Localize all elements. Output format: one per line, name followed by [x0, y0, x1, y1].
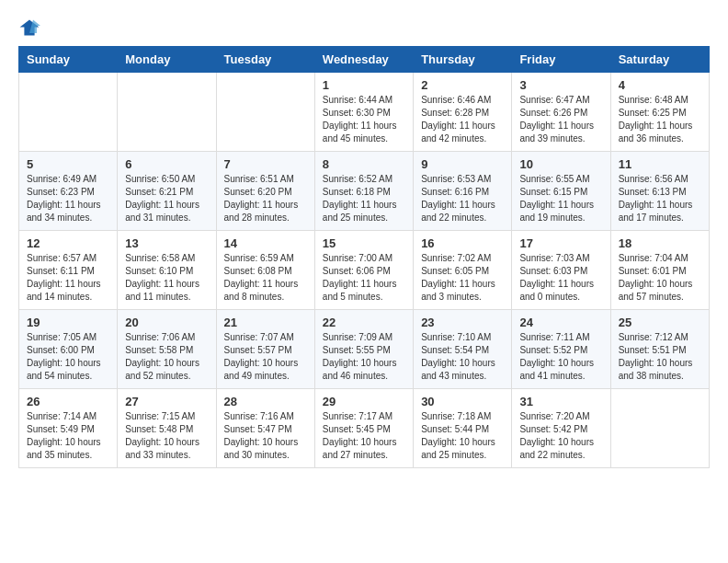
calendar-cell: 30Sunrise: 7:18 AM Sunset: 5:44 PM Dayli… — [414, 389, 512, 468]
calendar-cell: 4Sunrise: 6:48 AM Sunset: 6:25 PM Daylig… — [610, 73, 709, 152]
day-info: Sunrise: 6:48 AM Sunset: 6:25 PM Dayligh… — [619, 94, 701, 145]
day-number: 20 — [125, 316, 208, 329]
calendar-cell: 15Sunrise: 7:00 AM Sunset: 6:06 PM Dayli… — [314, 231, 413, 310]
day-info: Sunrise: 7:07 AM Sunset: 5:57 PM Dayligh… — [224, 331, 307, 383]
day-number: 29 — [323, 395, 405, 408]
day-of-week-header: Monday — [118, 47, 216, 73]
day-of-week-header: Friday — [512, 47, 610, 73]
day-number: 24 — [519, 316, 602, 329]
calendar-cell: 10Sunrise: 6:55 AM Sunset: 6:15 PM Dayli… — [512, 152, 610, 231]
day-info: Sunrise: 6:55 AM Sunset: 6:15 PM Dayligh… — [519, 173, 602, 224]
calendar-cell: 5Sunrise: 6:49 AM Sunset: 6:23 PM Daylig… — [19, 152, 118, 231]
day-number: 31 — [519, 395, 602, 408]
calendar-cell: 11Sunrise: 6:56 AM Sunset: 6:13 PM Dayli… — [610, 152, 709, 231]
calendar-cell: 2Sunrise: 6:46 AM Sunset: 6:28 PM Daylig… — [414, 73, 512, 152]
calendar-cell: 31Sunrise: 7:20 AM Sunset: 5:42 PM Dayli… — [512, 389, 610, 468]
day-info: Sunrise: 6:51 AM Sunset: 6:20 PM Dayligh… — [224, 173, 307, 224]
day-info: Sunrise: 7:11 AM Sunset: 5:52 PM Dayligh… — [519, 331, 602, 383]
calendar-cell: 13Sunrise: 6:58 AM Sunset: 6:10 PM Dayli… — [118, 231, 216, 310]
day-info: Sunrise: 7:04 AM Sunset: 6:01 PM Dayligh… — [619, 252, 701, 304]
calendar-week-row: 1Sunrise: 6:44 AM Sunset: 6:30 PM Daylig… — [19, 73, 710, 152]
day-of-week-header: Sunday — [19, 47, 118, 73]
day-info: Sunrise: 6:59 AM Sunset: 6:08 PM Dayligh… — [224, 252, 307, 304]
day-info: Sunrise: 7:06 AM Sunset: 5:58 PM Dayligh… — [125, 331, 208, 383]
calendar-week-row: 12Sunrise: 6:57 AM Sunset: 6:11 PM Dayli… — [19, 231, 710, 310]
day-number: 19 — [27, 316, 109, 329]
day-info: Sunrise: 6:47 AM Sunset: 6:26 PM Dayligh… — [519, 94, 602, 145]
day-number: 25 — [619, 316, 701, 329]
day-number: 14 — [224, 236, 307, 250]
day-number: 23 — [421, 316, 504, 329]
calendar-cell: 12Sunrise: 6:57 AM Sunset: 6:11 PM Dayli… — [19, 231, 118, 310]
day-number: 13 — [125, 236, 208, 250]
calendar-cell: 22Sunrise: 7:09 AM Sunset: 5:55 PM Dayli… — [314, 310, 413, 389]
day-number: 26 — [27, 395, 109, 408]
calendar-cell: 16Sunrise: 7:02 AM Sunset: 6:05 PM Dayli… — [414, 231, 512, 310]
calendar-cell: 21Sunrise: 7:07 AM Sunset: 5:57 PM Dayli… — [216, 310, 314, 389]
day-info: Sunrise: 7:00 AM Sunset: 6:06 PM Dayligh… — [323, 252, 405, 304]
day-info: Sunrise: 7:16 AM Sunset: 5:47 PM Dayligh… — [224, 410, 307, 462]
day-number: 16 — [421, 236, 504, 250]
calendar-cell: 24Sunrise: 7:11 AM Sunset: 5:52 PM Dayli… — [512, 310, 610, 389]
day-info: Sunrise: 7:12 AM Sunset: 5:51 PM Dayligh… — [619, 331, 701, 383]
calendar-week-row: 19Sunrise: 7:05 AM Sunset: 6:00 PM Dayli… — [19, 310, 710, 389]
day-info: Sunrise: 7:03 AM Sunset: 6:03 PM Dayligh… — [519, 252, 602, 304]
day-info: Sunrise: 7:17 AM Sunset: 5:45 PM Dayligh… — [323, 410, 405, 462]
calendar-table: SundayMondayTuesdayWednesdayThursdayFrid… — [18, 46, 710, 468]
calendar-cell: 1Sunrise: 6:44 AM Sunset: 6:30 PM Daylig… — [314, 73, 413, 152]
day-info: Sunrise: 6:58 AM Sunset: 6:10 PM Dayligh… — [125, 252, 208, 304]
day-info: Sunrise: 6:57 AM Sunset: 6:11 PM Dayligh… — [27, 252, 109, 304]
calendar-cell — [19, 73, 118, 152]
calendar-cell: 7Sunrise: 6:51 AM Sunset: 6:20 PM Daylig… — [216, 152, 314, 231]
calendar-cell: 23Sunrise: 7:10 AM Sunset: 5:54 PM Dayli… — [414, 310, 512, 389]
day-number: 28 — [224, 395, 307, 408]
day-of-week-header: Saturday — [610, 47, 709, 73]
calendar-cell: 17Sunrise: 7:03 AM Sunset: 6:03 PM Dayli… — [512, 231, 610, 310]
day-number: 9 — [421, 157, 504, 171]
day-number: 10 — [519, 157, 602, 171]
calendar-cell: 28Sunrise: 7:16 AM Sunset: 5:47 PM Dayli… — [216, 389, 314, 468]
day-info: Sunrise: 7:15 AM Sunset: 5:48 PM Dayligh… — [125, 410, 208, 462]
day-number: 4 — [619, 78, 701, 92]
day-of-week-header: Wednesday — [314, 47, 413, 73]
calendar-cell: 25Sunrise: 7:12 AM Sunset: 5:51 PM Dayli… — [610, 310, 709, 389]
day-info: Sunrise: 6:56 AM Sunset: 6:13 PM Dayligh… — [619, 173, 701, 224]
day-info: Sunrise: 7:09 AM Sunset: 5:55 PM Dayligh… — [323, 331, 405, 383]
day-info: Sunrise: 6:46 AM Sunset: 6:28 PM Dayligh… — [421, 94, 504, 145]
day-info: Sunrise: 7:20 AM Sunset: 5:42 PM Dayligh… — [519, 410, 602, 462]
day-number: 27 — [125, 395, 208, 408]
day-info: Sunrise: 7:02 AM Sunset: 6:05 PM Dayligh… — [421, 252, 504, 304]
calendar-cell: 6Sunrise: 6:50 AM Sunset: 6:21 PM Daylig… — [118, 152, 216, 231]
day-info: Sunrise: 7:14 AM Sunset: 5:49 PM Dayligh… — [27, 410, 109, 462]
day-info: Sunrise: 6:53 AM Sunset: 6:16 PM Dayligh… — [421, 173, 504, 224]
page-header — [18, 18, 710, 37]
day-info: Sunrise: 7:18 AM Sunset: 5:44 PM Dayligh… — [421, 410, 504, 462]
day-info: Sunrise: 7:05 AM Sunset: 6:00 PM Dayligh… — [27, 331, 109, 383]
calendar-cell: 9Sunrise: 6:53 AM Sunset: 6:16 PM Daylig… — [414, 152, 512, 231]
calendar-cell: 14Sunrise: 6:59 AM Sunset: 6:08 PM Dayli… — [216, 231, 314, 310]
day-info: Sunrise: 6:44 AM Sunset: 6:30 PM Dayligh… — [323, 94, 405, 145]
day-number: 22 — [323, 316, 405, 329]
day-number: 12 — [27, 236, 109, 250]
logo-icon — [18, 18, 40, 37]
day-of-week-header: Tuesday — [216, 47, 314, 73]
day-info: Sunrise: 7:10 AM Sunset: 5:54 PM Dayligh… — [421, 331, 504, 383]
calendar-header-row: SundayMondayTuesdayWednesdayThursdayFrid… — [19, 47, 710, 73]
logo — [18, 18, 44, 37]
calendar-cell: 29Sunrise: 7:17 AM Sunset: 5:45 PM Dayli… — [314, 389, 413, 468]
day-info: Sunrise: 6:50 AM Sunset: 6:21 PM Dayligh… — [125, 173, 208, 224]
day-info: Sunrise: 6:52 AM Sunset: 6:18 PM Dayligh… — [323, 173, 405, 224]
day-number: 18 — [619, 236, 701, 250]
calendar-cell: 27Sunrise: 7:15 AM Sunset: 5:48 PM Dayli… — [118, 389, 216, 468]
day-number: 5 — [27, 157, 109, 171]
day-number: 15 — [323, 236, 405, 250]
day-number: 3 — [519, 78, 602, 92]
calendar-cell: 3Sunrise: 6:47 AM Sunset: 6:26 PM Daylig… — [512, 73, 610, 152]
calendar-cell: 18Sunrise: 7:04 AM Sunset: 6:01 PM Dayli… — [610, 231, 709, 310]
calendar-week-row: 5Sunrise: 6:49 AM Sunset: 6:23 PM Daylig… — [19, 152, 710, 231]
calendar-cell — [216, 73, 314, 152]
calendar-cell — [118, 73, 216, 152]
day-info: Sunrise: 6:49 AM Sunset: 6:23 PM Dayligh… — [27, 173, 109, 224]
calendar-cell — [610, 389, 709, 468]
calendar-cell: 20Sunrise: 7:06 AM Sunset: 5:58 PM Dayli… — [118, 310, 216, 389]
